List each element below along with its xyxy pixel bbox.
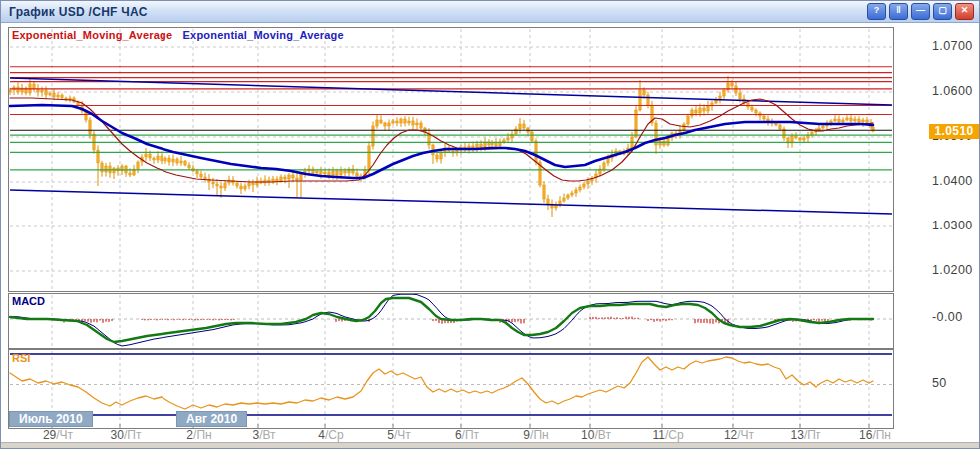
pin-icon: ‖ <box>896 5 900 15</box>
month-badge-august: Авг 2010 <box>176 411 247 427</box>
rsi-chart-canvas[interactable] <box>9 350 893 428</box>
chart-window: График USD /CHF ЧАС ? ‖ — ▢ ✕ Exponentia… <box>0 0 980 449</box>
macd-panel[interactable]: MACD <box>8 293 894 349</box>
restore-button[interactable]: ▢ <box>933 3 952 20</box>
date-tick-label: 9/Пн <box>523 428 548 442</box>
ema-label-slow: Exponential_Moving_Average <box>183 29 344 41</box>
date-tick-label: 12/Чт <box>724 428 754 442</box>
macd-label: MACD <box>12 295 45 307</box>
price-tick-label: 1.0300 <box>932 219 973 232</box>
close-button[interactable]: ✕ <box>955 3 974 20</box>
date-tick-label: 16/Пн <box>859 428 891 442</box>
indicator-labels: Exponential_Moving_Average Exponential_M… <box>12 29 344 41</box>
date-tick-label: 2/Пн <box>186 428 211 442</box>
price-tick-label: 1.0600 <box>932 84 973 98</box>
pin-button[interactable]: ‖ <box>889 3 908 20</box>
rsi-axis-label: 50 <box>932 376 947 390</box>
ema-label-fast: Exponential_Moving_Average <box>12 29 172 41</box>
titlebar[interactable]: График USD /CHF ЧАС ? ‖ — ▢ ✕ <box>1 1 979 23</box>
price-chart-canvas[interactable] <box>9 28 893 291</box>
date-tick-label: 4/Ср <box>318 428 343 442</box>
macd-chart-canvas[interactable] <box>9 294 893 348</box>
date-tick-label: 5/Чт <box>387 428 411 442</box>
close-icon: ✕ <box>961 5 969 15</box>
price-tick-label: 1.0200 <box>932 263 973 277</box>
window-bottom-edge <box>1 442 979 449</box>
titlebar-buttons: ? ‖ — ▢ ✕ <box>867 3 974 20</box>
help-button[interactable]: ? <box>867 3 886 20</box>
date-tick-label: 10/Вт <box>581 428 611 442</box>
help-icon: ? <box>874 5 880 15</box>
minimize-button[interactable]: — <box>911 3 930 20</box>
price-tick-label: 1.0400 <box>932 174 973 188</box>
date-tick-label: 30/Пт <box>111 428 142 442</box>
price-tick-label: 1.0700 <box>932 39 973 53</box>
rsi-label: RSI <box>12 352 30 364</box>
restore-icon: ▢ <box>938 5 947 15</box>
date-tick-label: 6/Пт <box>455 428 479 442</box>
current-price-badge: 1.0510 <box>929 124 979 139</box>
date-tick-label: 29/Чт <box>43 428 73 442</box>
rsi-panel[interactable]: RSI <box>8 349 894 429</box>
window-title: График USD /CHF ЧАС <box>6 5 148 19</box>
minimize-icon: — <box>916 5 925 15</box>
date-tick-label: 13/Пт <box>791 428 821 442</box>
candles-group <box>9 76 874 217</box>
macd-axis-label: -0.00 <box>932 310 963 324</box>
date-tick-label: 3/Вт <box>252 428 275 442</box>
month-badge-july: Июль 2010 <box>9 411 93 427</box>
date-tick-label: 11/Ср <box>652 428 683 442</box>
price-panel[interactable]: Exponential_Moving_Average Exponential_M… <box>8 27 894 292</box>
chart-client-area: Exponential_Moving_Average Exponential_M… <box>1 23 979 448</box>
